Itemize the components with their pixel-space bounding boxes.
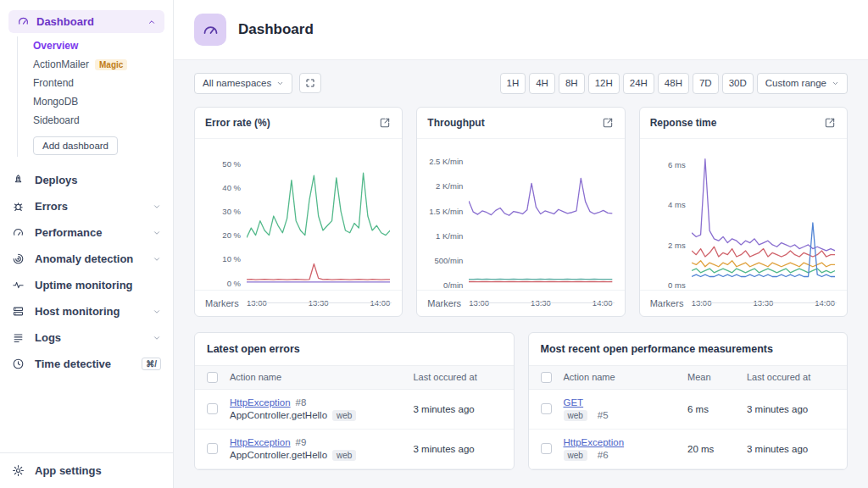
error-number: #8 bbox=[296, 397, 307, 408]
export-chart-button[interactable] bbox=[823, 116, 837, 130]
row-checkbox[interactable] bbox=[207, 403, 218, 414]
export-chart-button[interactable] bbox=[601, 116, 615, 130]
chart-card-throughput: Throughput 0/min500/min1 K/min1.5 K/min2… bbox=[416, 107, 625, 317]
sidebar-item-logs[interactable]: Logs bbox=[0, 324, 173, 351]
error-link[interactable]: HttpException bbox=[230, 437, 291, 447]
y-tick-label: 4 ms bbox=[668, 200, 686, 209]
row-checkbox[interactable] bbox=[541, 443, 552, 454]
recent-performance-card: Most recent open performance measurement… bbox=[528, 332, 849, 470]
range-button-12h[interactable]: 12H bbox=[588, 73, 620, 94]
series-line-error-rate-web bbox=[247, 173, 390, 237]
sidebar-item-mongodb[interactable]: MongoDB bbox=[33, 92, 173, 111]
chevron-down-icon[interactable] bbox=[153, 229, 161, 237]
chevron-down-icon[interactable] bbox=[153, 202, 161, 211]
markers-track[interactable] bbox=[248, 302, 392, 303]
custom-range-dropdown[interactable]: Custom range bbox=[757, 73, 848, 94]
clock-icon bbox=[12, 358, 25, 370]
markers-track[interactable] bbox=[692, 302, 837, 303]
column-header-action-name: Action name bbox=[230, 372, 414, 382]
chevron-down-icon bbox=[276, 80, 284, 87]
markers-label: Markers bbox=[650, 298, 684, 308]
y-tick-label: 500/min bbox=[435, 256, 464, 265]
chart-title: Reponse time bbox=[650, 117, 717, 129]
y-tick-label: 1.5 K/min bbox=[429, 206, 463, 215]
sidebar-item-dashboard[interactable]: Dashboard bbox=[8, 10, 164, 33]
action-name: AppController.getHello bbox=[230, 410, 327, 420]
radar-icon bbox=[12, 252, 25, 265]
last-occured-at: 3 minutes ago bbox=[414, 444, 502, 454]
plot-area bbox=[469, 149, 612, 292]
table-row[interactable]: GET web#5 6 ms 3 minutes ago bbox=[529, 390, 848, 430]
column-header-mean: Mean bbox=[687, 372, 747, 382]
bug-icon bbox=[12, 200, 25, 213]
expand-icon bbox=[305, 78, 315, 88]
row-checkbox[interactable] bbox=[207, 443, 218, 454]
chart-title: Throughput bbox=[427, 117, 484, 129]
error-link[interactable]: HttpException bbox=[230, 397, 291, 408]
time-range-group: 1H 4H 8H 12H 24H 48H 7D 30D Custom range bbox=[500, 73, 848, 94]
markers-label: Markers bbox=[205, 298, 239, 308]
sidebar-item-frontend[interactable]: Frontend bbox=[33, 74, 173, 92]
sidebar-item-deploys[interactable]: Deploys bbox=[0, 167, 173, 193]
add-dashboard-button[interactable]: Add dashboard bbox=[33, 136, 118, 155]
chevron-down-icon[interactable] bbox=[153, 255, 161, 263]
chevron-up-icon[interactable] bbox=[147, 18, 156, 26]
chevron-down-icon[interactable] bbox=[153, 334, 161, 342]
magic-badge: Magic bbox=[95, 59, 127, 70]
throughput-chart: 0/min500/min1 K/min1.5 K/min2 K/min2.5 K… bbox=[417, 139, 624, 290]
sidebar-item-time-detective[interactable]: Time detective ⌘/ bbox=[0, 351, 173, 377]
main-area: Dashboard All namespaces 1H 4H 8H 12H 24… bbox=[174, 0, 868, 488]
range-button-30d[interactable]: 30D bbox=[722, 73, 754, 94]
sidebar-item-overview[interactable]: Overview bbox=[33, 36, 173, 55]
column-header-action-name: Action name bbox=[564, 372, 688, 382]
chart-card-response-time: Reponse time 0 ms2 ms4 ms6 ms13:0013:301… bbox=[639, 107, 848, 317]
select-all-checkbox[interactable] bbox=[541, 372, 552, 383]
latest-open-errors-card: Latest open errors Action name Last occu… bbox=[194, 332, 515, 470]
sidebar: Dashboard Overview ActionMailerMagic Fro… bbox=[0, 0, 174, 488]
measurement-number: #5 bbox=[598, 410, 609, 420]
y-tick-label: 30 % bbox=[222, 207, 241, 216]
range-button-24h[interactable]: 24H bbox=[623, 73, 654, 94]
y-tick-label: 2 ms bbox=[668, 240, 686, 249]
charts-row: Error rate (%) 0 %10 %20 %30 %40 %50 %13… bbox=[194, 107, 848, 317]
y-tick-label: 50 % bbox=[222, 158, 241, 168]
sidebar-item-anomaly-detection[interactable]: Anomaly detection bbox=[0, 246, 173, 272]
fullscreen-button[interactable] bbox=[299, 73, 321, 93]
select-all-checkbox[interactable] bbox=[207, 372, 218, 383]
row-checkbox[interactable] bbox=[541, 403, 552, 414]
range-button-1h[interactable]: 1H bbox=[500, 73, 526, 94]
last-occured-at: 3 minutes ago bbox=[414, 404, 502, 414]
column-header-last-occured: Last occured at bbox=[414, 372, 502, 382]
sidebar-item-host-monitoring[interactable]: Host monitoring bbox=[0, 298, 173, 324]
range-button-48h[interactable]: 48H bbox=[658, 73, 689, 94]
chevron-down-icon[interactable] bbox=[153, 308, 161, 316]
sidebar-dashboard-label: Dashboard bbox=[36, 15, 94, 28]
table-row[interactable]: HttpException#8 AppController.getHellowe… bbox=[195, 390, 514, 430]
measurement-link[interactable]: HttpException bbox=[564, 437, 625, 447]
namespace-dropdown[interactable]: All namespaces bbox=[194, 73, 292, 94]
sidebar-item-errors[interactable]: Errors bbox=[0, 193, 173, 219]
series-line-response-mean bbox=[692, 260, 835, 266]
export-chart-button[interactable] bbox=[378, 116, 392, 130]
measurement-link[interactable]: GET bbox=[564, 397, 584, 408]
sidebar-item-actionmailer[interactable]: ActionMailerMagic bbox=[33, 55, 173, 74]
range-button-8h[interactable]: 8H bbox=[559, 73, 585, 94]
dashboard-icon bbox=[17, 15, 30, 28]
export-icon bbox=[824, 117, 836, 129]
export-icon bbox=[379, 117, 391, 129]
table-row[interactable]: HttpException web#6 20 ms 3 minutes ago bbox=[529, 430, 848, 469]
chart-title: Error rate (%) bbox=[205, 117, 270, 129]
table-row[interactable]: HttpException#9 AppController.getHellowe… bbox=[195, 430, 514, 469]
sidebar-item-app-settings[interactable]: App settings bbox=[0, 452, 173, 488]
sidebar-item-uptime-monitoring[interactable]: Uptime monitoring bbox=[0, 272, 173, 298]
measurement-number: #6 bbox=[598, 450, 609, 460]
table-header-row: Action name Mean Last occured at bbox=[529, 365, 848, 390]
sidebar-item-performance[interactable]: Performance bbox=[0, 219, 173, 246]
logs-icon bbox=[12, 331, 25, 344]
range-button-4h[interactable]: 4H bbox=[529, 73, 555, 94]
range-button-7d[interactable]: 7D bbox=[693, 73, 719, 94]
sidebar-item-sideboard[interactable]: Sideboard bbox=[33, 111, 173, 130]
gear-icon bbox=[12, 464, 25, 477]
page-header: Dashboard bbox=[174, 0, 868, 60]
markers-track[interactable] bbox=[470, 302, 615, 303]
